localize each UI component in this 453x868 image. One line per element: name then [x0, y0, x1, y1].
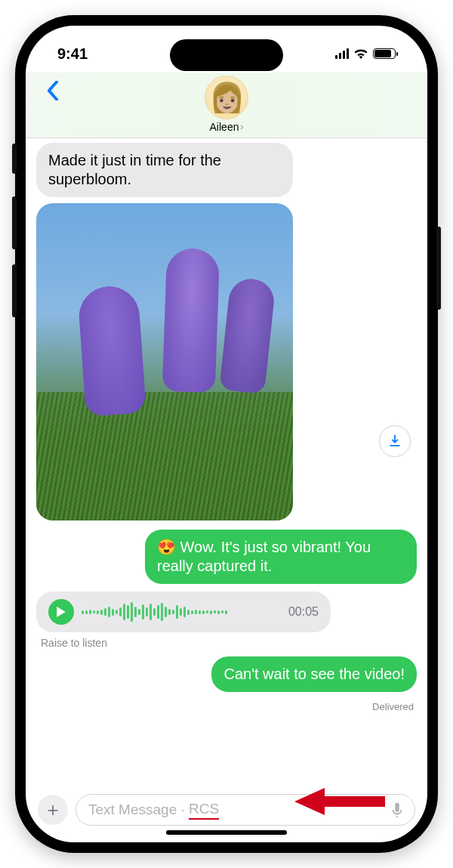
outgoing-message-bubble[interactable]: 😍 Wow. It's just so vibrant! You really …: [145, 530, 417, 584]
heart-eyes-emoji: 😍: [157, 539, 176, 555]
home-indicator[interactable]: [166, 830, 287, 835]
status-indicators: [335, 48, 396, 59]
contact-name-label: Aileen: [210, 121, 239, 133]
delivery-status-label: Delivered: [372, 701, 414, 712]
download-icon: [387, 434, 402, 449]
microphone-icon[interactable]: [389, 802, 405, 818]
audio-play-button[interactable]: [48, 599, 74, 625]
cellular-icon: [335, 48, 349, 59]
outgoing-message-bubble-2[interactable]: Can't wait to see the video!: [211, 656, 417, 692]
chevron-right-icon: ›: [240, 122, 243, 132]
power-button[interactable]: [436, 227, 441, 310]
phone-frame: 9:41 👩🏼 Aileen: [15, 15, 438, 853]
battery-icon: [373, 48, 396, 59]
contact-avatar[interactable]: 👩🏼: [205, 76, 248, 119]
download-image-button[interactable]: [379, 425, 411, 457]
messages-scroll[interactable]: Made it just in time for the superbloom.…: [26, 138, 427, 789]
incoming-photo-bubble[interactable]: [36, 203, 293, 520]
back-button[interactable]: [41, 79, 65, 103]
chat-header: 👩🏼 Aileen ›: [26, 73, 427, 138]
status-time: 9:41: [57, 45, 88, 63]
placeholder-prefix: Text Message: [88, 802, 177, 818]
silent-switch[interactable]: [12, 144, 17, 174]
plus-icon: +: [47, 798, 58, 822]
raise-to-listen-hint: Raise to listen: [41, 637, 107, 649]
audio-duration-label: 00:05: [288, 605, 319, 619]
audio-waveform[interactable]: [82, 601, 281, 623]
wifi-icon: [353, 48, 368, 59]
contact-name-button[interactable]: Aileen ›: [210, 121, 244, 133]
screen: 9:41 👩🏼 Aileen: [26, 26, 427, 842]
volume-down-button[interactable]: [12, 264, 17, 317]
outgoing-message-text: Wow. It's just so vibrant! You really ca…: [157, 539, 371, 574]
attachments-button[interactable]: +: [38, 795, 68, 825]
message-input[interactable]: Text Message · RCS: [76, 794, 415, 826]
chevron-left-icon: [47, 81, 59, 100]
volume-up-button[interactable]: [12, 196, 17, 249]
incoming-message-text: Made it just in time for the superbloom.: [48, 152, 221, 187]
incoming-message-bubble[interactable]: Made it just in time for the superbloom.: [36, 143, 293, 197]
outgoing-message-text-2: Can't wait to see the video!: [223, 666, 405, 682]
incoming-audio-bubble[interactable]: 00:05: [36, 592, 331, 632]
play-icon: [56, 607, 66, 617]
dynamic-island: [170, 39, 283, 71]
protocol-label: RCS: [189, 801, 219, 820]
